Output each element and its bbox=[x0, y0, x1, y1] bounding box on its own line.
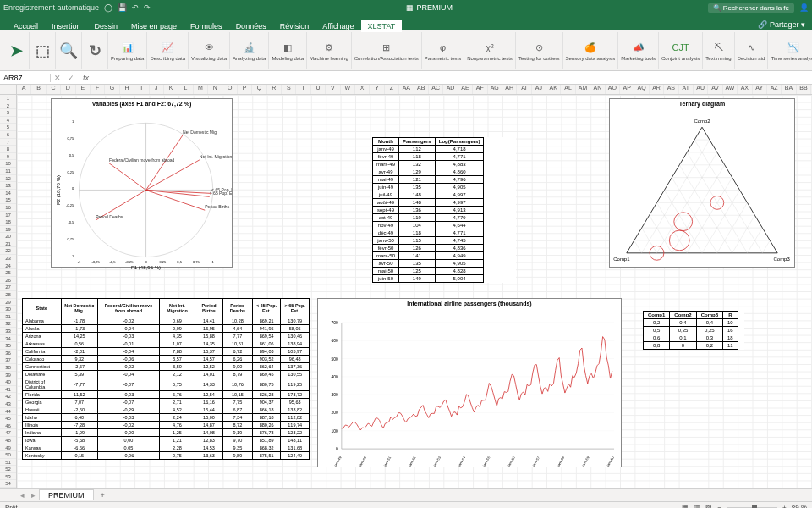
tab-insertion[interactable]: Insertion bbox=[45, 20, 88, 32]
tab-xlstat[interactable]: XLSTAT bbox=[361, 20, 403, 32]
ribbon-describing-data[interactable]: 📈Describing data bbox=[147, 32, 189, 69]
row-37[interactable]: 37 bbox=[0, 356, 16, 364]
row-27[interactable]: 27 bbox=[0, 284, 16, 291]
ribbon-parametric-tests[interactable]: φParametric tests bbox=[422, 32, 464, 69]
ribbon-preparing-data[interactable]: 📊Preparing data bbox=[108, 32, 147, 69]
col-P[interactable]: P bbox=[238, 85, 252, 94]
col-AL[interactable]: AL bbox=[561, 85, 575, 94]
col-AT[interactable]: AT bbox=[679, 85, 694, 94]
view-pagebreak-icon[interactable]: ▨ bbox=[705, 504, 712, 508]
row-53[interactable]: 53 bbox=[0, 473, 16, 481]
col-AF[interactable]: AF bbox=[473, 85, 487, 94]
row-35[interactable]: 35 bbox=[0, 342, 16, 350]
col-V[interactable]: V bbox=[326, 85, 340, 94]
col-AI[interactable]: AI bbox=[517, 85, 531, 94]
biplot-chart[interactable]: Variables (axes F1 and F2: 67,72 %) Net … bbox=[51, 98, 233, 268]
col-L[interactable]: L bbox=[178, 85, 193, 94]
search-box[interactable]: 🔍 Rechercher dans la fe bbox=[708, 3, 795, 13]
col-AJ[interactable]: AJ bbox=[532, 85, 546, 94]
ribbon-conjoint-analysis[interactable]: CJTConjoint analysis bbox=[659, 32, 703, 69]
col-BB[interactable]: BB bbox=[797, 85, 811, 94]
confirm-icon[interactable]: ✓ bbox=[64, 74, 78, 82]
ribbon-marketing-tools[interactable]: 📣Marketing tools bbox=[618, 32, 659, 69]
ternary-diagram[interactable]: Ternary diagram Comp2 Comp1 Comp3 bbox=[609, 98, 795, 268]
col-AW[interactable]: AW bbox=[723, 85, 738, 94]
row-47[interactable]: 47 bbox=[0, 429, 16, 437]
redo-icon[interactable]: ↷ bbox=[144, 3, 151, 12]
row-17[interactable]: 17 bbox=[0, 212, 16, 219]
zoom-level[interactable]: 89 % bbox=[792, 504, 807, 508]
row-45[interactable]: 45 bbox=[0, 415, 16, 422]
row-38[interactable]: 38 bbox=[0, 364, 16, 372]
row-43[interactable]: 43 bbox=[0, 400, 16, 408]
col-X[interactable]: X bbox=[355, 85, 370, 94]
row-48[interactable]: 48 bbox=[0, 437, 16, 444]
col-A[interactable]: A bbox=[17, 85, 31, 94]
col-AH[interactable]: AH bbox=[502, 85, 517, 94]
row-34[interactable]: 34 bbox=[0, 335, 16, 343]
col-AK[interactable]: AK bbox=[546, 85, 561, 94]
row-3[interactable]: 3 bbox=[0, 109, 16, 117]
row-32[interactable]: 32 bbox=[0, 320, 16, 328]
col-G[interactable]: G bbox=[105, 85, 119, 94]
col-AZ[interactable]: AZ bbox=[767, 85, 782, 94]
ribbon-analyzing-data[interactable]: 🔬Analyzing data bbox=[230, 32, 269, 69]
fx-label[interactable]: fx bbox=[78, 74, 94, 82]
row-26[interactable]: 26 bbox=[0, 277, 16, 284]
ribbon-cmd[interactable]: ↻ bbox=[82, 32, 108, 69]
col-M[interactable]: M bbox=[194, 85, 208, 94]
ribbon-time-series-analysis[interactable]: 📉Time series analysis bbox=[768, 32, 812, 69]
ribbon-nonparametric-tests[interactable]: χ²Nonparametric tests bbox=[464, 32, 516, 69]
row-12[interactable]: 12 bbox=[0, 175, 16, 183]
row-1[interactable]: 1 bbox=[0, 95, 16, 102]
col-Q[interactable]: Q bbox=[252, 85, 266, 94]
row-14[interactable]: 14 bbox=[0, 190, 16, 197]
col-C[interactable]: C bbox=[47, 85, 61, 94]
col-AB[interactable]: AB bbox=[414, 85, 429, 94]
zoom-out-icon[interactable]: − bbox=[717, 504, 721, 508]
row-7[interactable]: 7 bbox=[0, 139, 16, 146]
col-AP[interactable]: AP bbox=[620, 85, 634, 94]
ribbon-visualizing-data[interactable]: 👁Visualizing data bbox=[189, 32, 230, 69]
state-migration-table[interactable]: StateNet Domestic Mig.Federal/Civilian m… bbox=[22, 298, 310, 460]
row-23[interactable]: 23 bbox=[0, 255, 16, 262]
col-AG[interactable]: AG bbox=[488, 85, 502, 94]
row-6[interactable]: 6 bbox=[0, 131, 16, 139]
row-29[interactable]: 29 bbox=[0, 299, 16, 306]
col-T[interactable]: T bbox=[296, 85, 310, 94]
col-S[interactable]: S bbox=[282, 85, 296, 94]
ribbon-sensory-data-analysis[interactable]: 🍊Sensory data analysis bbox=[563, 32, 619, 69]
row-50[interactable]: 50 bbox=[0, 451, 16, 459]
row-8[interactable]: 8 bbox=[0, 146, 16, 153]
col-U[interactable]: U bbox=[311, 85, 326, 94]
col-F[interactable]: F bbox=[91, 85, 105, 94]
row-28[interactable]: 28 bbox=[0, 291, 16, 299]
col-AA[interactable]: AA bbox=[399, 85, 414, 94]
col-AN[interactable]: AN bbox=[590, 85, 605, 94]
row-52[interactable]: 52 bbox=[0, 466, 16, 473]
row-4[interactable]: 4 bbox=[0, 117, 16, 124]
row-9[interactable]: 9 bbox=[0, 153, 16, 161]
row-22[interactable]: 22 bbox=[0, 247, 16, 255]
row-16[interactable]: 16 bbox=[0, 204, 16, 212]
components-table[interactable]: Comp1Comp2Comp3R0,20,40,4100,50,250,2516… bbox=[643, 311, 744, 350]
row-39[interactable]: 39 bbox=[0, 372, 16, 379]
row-18[interactable]: 18 bbox=[0, 218, 16, 226]
ribbon-cmd[interactable]: 🔍 bbox=[56, 32, 82, 69]
zoom-in-icon[interactable]: + bbox=[782, 504, 787, 508]
sheet-nav-prev[interactable]: ◂ bbox=[17, 491, 28, 500]
row-30[interactable]: 30 bbox=[0, 306, 16, 313]
ribbon-decision-aid[interactable]: ∿Decision aid bbox=[735, 32, 769, 69]
row-44[interactable]: 44 bbox=[0, 408, 16, 416]
ribbon-cmd[interactable]: ⬚ bbox=[30, 32, 56, 69]
row-42[interactable]: 42 bbox=[0, 393, 16, 400]
name-box[interactable]: AR87 bbox=[0, 74, 51, 82]
share-button[interactable]: 🔗 Partager ▾ bbox=[751, 19, 812, 30]
row-51[interactable]: 51 bbox=[0, 459, 16, 467]
col-N[interactable]: N bbox=[208, 85, 222, 94]
row-49[interactable]: 49 bbox=[0, 444, 16, 452]
col-AR[interactable]: AR bbox=[650, 85, 664, 94]
passengers-line-chart[interactable]: International airline passengers (thousa… bbox=[317, 298, 622, 467]
tab-révision[interactable]: Révision bbox=[273, 20, 316, 32]
row-15[interactable]: 15 bbox=[0, 196, 16, 204]
